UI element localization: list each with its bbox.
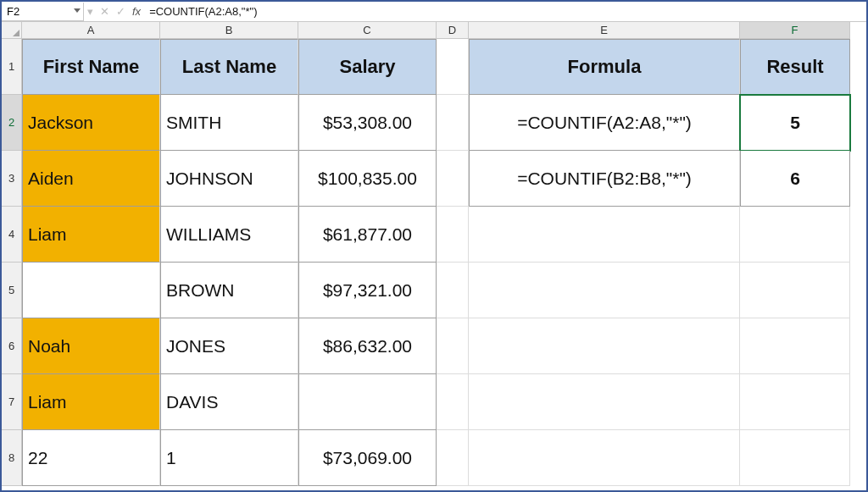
cell-c4[interactable]: $61,877.00	[298, 207, 437, 263]
chevron-down-icon[interactable]	[74, 8, 81, 13]
header-result[interactable]: Result	[740, 39, 850, 95]
cell-b5[interactable]: BROWN	[160, 263, 298, 318]
cancel-icon[interactable]: ✕	[100, 5, 109, 18]
cell-b8[interactable]: 1	[160, 430, 298, 486]
cell-e5[interactable]	[469, 263, 740, 318]
cell-f6[interactable]	[740, 318, 850, 374]
name-box[interactable]: F2	[2, 3, 84, 21]
cell-d4[interactable]	[437, 207, 469, 263]
col-header-b[interactable]: B	[160, 22, 298, 39]
cell-a8[interactable]: 22	[22, 430, 160, 486]
row-header-7[interactable]: 7	[2, 374, 22, 430]
row-header-3[interactable]: 3	[2, 151, 22, 207]
name-box-value: F2	[7, 5, 19, 18]
col-header-e[interactable]: E	[469, 22, 740, 39]
dropdown-icon[interactable]: ▾	[87, 5, 93, 18]
cell-f2-active[interactable]: 5	[740, 95, 850, 151]
spreadsheet-grid: A B C D E F 1 First Name Last Name Salar…	[2, 22, 866, 486]
cell-e8[interactable]	[469, 430, 740, 486]
fx-icon[interactable]: fx	[132, 5, 141, 18]
cell-f5[interactable]	[740, 263, 850, 318]
cell-b7[interactable]: DAVIS	[160, 374, 298, 430]
cell-f3[interactable]: 6	[740, 151, 850, 207]
cell-f8[interactable]	[740, 430, 850, 486]
row-header-5[interactable]: 5	[2, 263, 22, 318]
cell-f4[interactable]	[740, 207, 850, 263]
col-header-c[interactable]: C	[298, 22, 437, 39]
cell-b3[interactable]: JOHNSON	[160, 151, 298, 207]
cell-d6[interactable]	[437, 318, 469, 374]
cell-c7[interactable]	[298, 374, 437, 430]
cell-e7[interactable]	[469, 374, 740, 430]
header-last-name[interactable]: Last Name	[160, 39, 298, 95]
cell-a3[interactable]: Aiden	[22, 151, 160, 207]
row-header-1[interactable]: 1	[2, 39, 22, 95]
cell-c5[interactable]: $97,321.00	[298, 263, 437, 318]
cell-e2[interactable]: =COUNTIF(A2:A8,"*")	[469, 95, 740, 151]
row-header-4[interactable]: 4	[2, 207, 22, 263]
cell-a4[interactable]: Liam	[22, 207, 160, 263]
cell-d8[interactable]	[437, 430, 469, 486]
cell-c3[interactable]: $100,835.00	[298, 151, 437, 207]
cell-f7[interactable]	[740, 374, 850, 430]
cell-a2[interactable]: Jackson	[22, 95, 160, 151]
cell-d1[interactable]	[437, 39, 469, 95]
row-header-8[interactable]: 8	[2, 430, 22, 486]
formula-bar-buttons: ▾ ✕ ✓ fx	[84, 5, 144, 18]
cell-b4[interactable]: WILLIAMS	[160, 207, 298, 263]
cell-e6[interactable]	[469, 318, 740, 374]
cell-c2[interactable]: $53,308.00	[298, 95, 437, 151]
formula-bar: F2 ▾ ✕ ✓ fx =COUNTIF(A2:A8,"*")	[2, 2, 866, 22]
cell-a6[interactable]: Noah	[22, 318, 160, 374]
header-first-name[interactable]: First Name	[22, 39, 160, 95]
cell-d3[interactable]	[437, 151, 469, 207]
cell-c6[interactable]: $86,632.00	[298, 318, 437, 374]
row-header-6[interactable]: 6	[2, 318, 22, 374]
col-header-a[interactable]: A	[22, 22, 160, 39]
cell-d7[interactable]	[437, 374, 469, 430]
formula-input[interactable]: =COUNTIF(A2:A8,"*")	[144, 5, 866, 18]
cell-a7[interactable]: Liam	[22, 374, 160, 430]
cell-d5[interactable]	[437, 263, 469, 318]
cell-b2[interactable]: SMITH	[160, 95, 298, 151]
cell-b6[interactable]: JONES	[160, 318, 298, 374]
select-all-corner[interactable]	[2, 22, 22, 39]
confirm-icon[interactable]: ✓	[116, 5, 125, 18]
header-salary[interactable]: Salary	[298, 39, 437, 95]
row-header-2[interactable]: 2	[2, 95, 22, 151]
cell-e4[interactable]	[469, 207, 740, 263]
cell-a5[interactable]	[22, 263, 160, 318]
cell-e3[interactable]: =COUNTIF(B2:B8,"*")	[469, 151, 740, 207]
col-header-d[interactable]: D	[437, 22, 469, 39]
cell-d2[interactable]	[437, 95, 469, 151]
header-formula[interactable]: Formula	[469, 39, 740, 95]
col-header-f[interactable]: F	[740, 22, 850, 39]
cell-c8[interactable]: $73,069.00	[298, 430, 437, 486]
